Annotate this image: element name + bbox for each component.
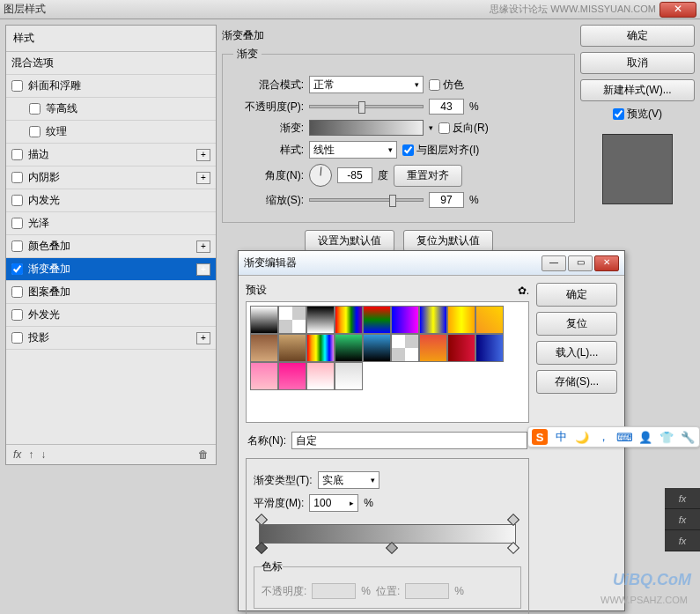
gradient-swatch[interactable] [475,334,504,362]
style-checkbox[interactable] [11,263,23,275]
comma-icon[interactable]: ， [595,429,611,445]
plus-icon[interactable]: + [196,263,210,276]
style-item[interactable]: 图案叠加 [6,281,216,304]
scale-slider[interactable] [309,198,424,202]
opacity-slider[interactable] [309,105,424,108]
ok-button[interactable]: 确定 [580,25,695,47]
gradient-swatch[interactable] [335,306,363,334]
style-item[interactable]: 纹理 [6,121,216,144]
gradient-swatch[interactable] [306,306,335,334]
new-style-button[interactable]: 新建样式(W)... [580,79,695,101]
style-item[interactable]: 投影+ [6,327,216,350]
color-stop-left[interactable] [255,542,268,554]
plus-icon[interactable]: + [196,172,210,184]
editor-close-button[interactable]: ✕ [594,255,619,271]
align-checkbox[interactable] [402,144,414,156]
style-item[interactable]: 内阴影+ [6,166,216,189]
gradient-swatch[interactable] [363,306,391,334]
maximize-button[interactable]: ▭ [568,255,593,271]
style-checkbox[interactable] [11,332,23,344]
style-item[interactable]: 外发光 [6,304,216,327]
gradient-swatch[interactable] [278,334,306,362]
gradient-swatch[interactable] [335,362,363,390]
preview-checkbox[interactable] [613,108,624,120]
editor-load-button[interactable]: 载入(L)... [536,341,617,365]
style-item[interactable]: 斜面和浮雕 [6,75,216,98]
up-icon[interactable]: ↑ [28,448,33,461]
ime-toolbar[interactable]: S 中 🌙 ， ⌨ 👤 👕 🔧 [527,426,700,448]
style-item[interactable]: 等高线 [6,98,216,121]
style-checkbox[interactable] [11,195,23,206]
blend-mode-select[interactable]: 正常▾ [309,76,424,93]
style-checkbox[interactable] [29,103,41,115]
minimize-button[interactable]: — [542,255,566,271]
editor-save-button[interactable]: 存储(S)... [536,370,617,394]
gradient-swatch[interactable] [250,334,278,362]
gradient-swatch[interactable] [391,306,419,334]
style-checkbox[interactable] [11,80,23,92]
gradient-swatch[interactable] [278,306,306,334]
name-input[interactable] [291,432,527,449]
color-stop-mid[interactable] [386,542,398,554]
dither-checkbox[interactable] [429,79,440,91]
style-checkbox[interactable] [11,218,23,229]
scale-value[interactable]: 97 [429,192,464,208]
keyboard-icon[interactable]: ⌨ [616,429,632,445]
reset-align-button[interactable]: 重置对齐 [394,165,462,187]
style-checkbox[interactable] [11,149,23,160]
gradient-swatch[interactable] [306,362,335,390]
reverse-checkbox[interactable] [438,122,450,134]
style-checkbox[interactable] [11,309,23,321]
gradient-swatch[interactable] [419,306,447,334]
ime-logo-icon[interactable]: S [532,429,548,445]
blending-options[interactable]: 混合选项 [6,52,216,75]
close-button[interactable]: ✕ [659,2,696,18]
trash-icon[interactable]: 🗑 [198,448,209,461]
gradient-swatch[interactable] [419,334,447,362]
gradient-picker[interactable] [309,120,424,136]
gradient-swatch[interactable] [278,362,306,390]
plus-icon[interactable]: + [196,149,210,161]
cancel-button[interactable]: 取消 [580,52,695,74]
fx-icon[interactable]: fx [13,448,21,461]
set-default-button[interactable]: 设置为默认值 [305,230,394,252]
gradient-swatch[interactable] [363,334,391,362]
plus-icon[interactable]: + [196,332,210,344]
plus-icon[interactable]: + [196,240,210,253]
gradient-swatch[interactable] [447,334,475,362]
smooth-select[interactable]: 100▸ [309,494,358,512]
opacity-value[interactable]: 43 [429,99,464,115]
ime-zhong-icon[interactable]: 中 [553,429,569,445]
style-item[interactable]: 光泽 [6,212,216,235]
gradient-swatch[interactable] [447,306,475,334]
gradient-swatch[interactable] [306,334,335,362]
gradient-swatch[interactable] [475,306,504,334]
gradient-swatch[interactable] [335,334,363,362]
style-checkbox[interactable] [11,240,23,252]
style-checkbox[interactable] [11,172,23,183]
person-icon[interactable]: 👤 [637,429,653,445]
gear-icon[interactable]: ✿. [518,285,529,297]
style-item[interactable]: 渐变叠加+ [6,258,216,281]
style-item[interactable]: 描边+ [6,144,216,166]
moon-icon[interactable]: 🌙 [574,429,590,445]
style-item[interactable]: 内发光 [6,189,216,212]
wrench-icon[interactable]: 🔧 [680,429,696,445]
editor-ok-button[interactable]: 确定 [536,283,617,307]
gradient-swatch[interactable] [250,306,278,334]
reset-default-button[interactable]: 复位为默认值 [403,230,493,252]
down-icon[interactable]: ↓ [41,448,46,461]
style-checkbox[interactable] [11,286,23,298]
color-stop-right[interactable] [507,542,519,554]
angle-value[interactable]: -85 [337,167,372,183]
gradient-strip[interactable] [259,524,516,544]
type-select[interactable]: 实底▾ [318,471,379,489]
opacity-stop-right[interactable] [507,514,519,526]
shirt-icon[interactable]: 👕 [659,429,674,445]
style-checkbox[interactable] [29,126,41,137]
gradient-swatch[interactable] [391,334,419,362]
gradient-swatch[interactable] [250,362,278,390]
opacity-stop-left[interactable] [255,514,268,526]
angle-dial[interactable] [309,164,332,187]
style-select[interactable]: 线性▾ [309,141,397,159]
